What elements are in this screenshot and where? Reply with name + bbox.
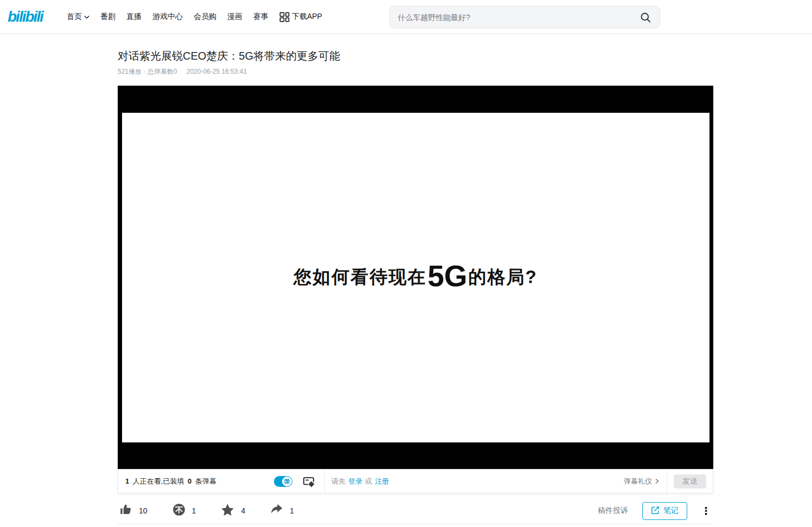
nav-item-label: 直播 bbox=[126, 12, 142, 22]
edit-note-icon bbox=[651, 506, 660, 516]
video-toolbar: 10 1 4 1 bbox=[118, 498, 713, 523]
video-stats: 521播放 · 总弹幕数0 bbox=[118, 68, 177, 75]
danmaku-send-area: 发送 bbox=[667, 474, 713, 489]
danmaku-loaded-count: 0 bbox=[188, 477, 191, 485]
nav-item-home[interactable]: 首页 bbox=[67, 12, 89, 22]
nav-item-manga[interactable]: 漫画 bbox=[227, 12, 242, 22]
nav-item-label: 赛事 bbox=[253, 12, 268, 22]
search-icon[interactable] bbox=[639, 11, 652, 24]
nav-item-label: 会员购 bbox=[194, 12, 216, 22]
video-player[interactable]: 您如何看待现在 5G 的格局? bbox=[118, 86, 713, 469]
nav-item-live[interactable]: 直播 bbox=[126, 12, 142, 22]
chevron-right-icon bbox=[655, 478, 659, 486]
nav-item-download-app[interactable]: 下载APP bbox=[279, 12, 322, 22]
frame-text-post: 的格局? bbox=[469, 265, 538, 290]
watching-label: 人正在看,已装填 bbox=[133, 477, 184, 485]
frame-text-pre: 您如何看待现在 bbox=[293, 265, 426, 290]
page-title: 对话紫光展锐CEO楚庆：5G将带来的更多可能 bbox=[118, 49, 340, 63]
video-frame: 您如何看待现在 5G 的格局? bbox=[122, 113, 709, 442]
like-count: 10 bbox=[139, 506, 148, 515]
video-frame-text: 您如何看待现在 5G 的格局? bbox=[293, 261, 538, 293]
danmaku-status: 1 人正在看,已装填 0 条弹幕 bbox=[125, 477, 274, 486]
danmaku-toggle-knob: 弹 bbox=[282, 477, 292, 486]
share-icon bbox=[270, 503, 284, 519]
danmaku-loaded-label: 条弹幕 bbox=[195, 477, 216, 485]
nav-item-label: 首页 bbox=[67, 12, 82, 22]
nav-item-label: 游戏中心 bbox=[152, 12, 183, 22]
share-count: 1 bbox=[290, 506, 294, 515]
qr-code-icon bbox=[279, 12, 290, 22]
danmaku-bar-left: 1 人正在看,已装填 0 条弹幕 弹 bbox=[118, 475, 324, 487]
search-bar bbox=[389, 6, 660, 28]
more-options-icon[interactable]: ⋮ bbox=[701, 506, 711, 516]
favorite-button[interactable]: 4 bbox=[220, 503, 245, 519]
login-prompt-prefix: 请先 bbox=[331, 477, 346, 486]
chevron-down-icon bbox=[84, 15, 89, 19]
section-divider bbox=[118, 524, 713, 524]
register-link[interactable]: 注册 bbox=[375, 477, 389, 486]
nav-item-game-center[interactable]: 游戏中心 bbox=[152, 12, 183, 22]
watching-count: 1 bbox=[125, 477, 129, 485]
danmaku-toggle[interactable]: 弹 bbox=[274, 476, 292, 487]
favorite-count: 4 bbox=[241, 506, 245, 515]
star-icon bbox=[220, 503, 235, 519]
frame-text-5g: 5G bbox=[427, 261, 467, 291]
nav-item-label: 番剧 bbox=[100, 12, 116, 22]
nav-item-label: 下载APP bbox=[292, 12, 322, 22]
note-button[interactable]: 笔记 bbox=[642, 502, 687, 520]
search-input[interactable] bbox=[398, 13, 639, 22]
video-meta: 521播放 · 总弹幕数0 2020-06-25 16:53:41 bbox=[118, 67, 247, 76]
toolbar-right: 稿件投诉 笔记 ⋮ bbox=[598, 502, 713, 520]
coin-count: 1 bbox=[192, 506, 196, 515]
thumbs-up-icon bbox=[119, 503, 133, 519]
nav-item-bangumi[interactable]: 番剧 bbox=[100, 12, 116, 22]
like-button[interactable]: 10 bbox=[119, 503, 148, 519]
nav-menu: 首页 番剧 直播 游戏中心 会员购 漫画 赛事 bbox=[56, 12, 322, 22]
danmaku-input[interactable]: 请先 登录 或 注册 弹幕礼仪 bbox=[324, 470, 667, 493]
report-link[interactable]: 稿件投诉 bbox=[598, 506, 628, 516]
danmaku-etiquette-link[interactable]: 弹幕礼仪 bbox=[624, 477, 659, 486]
publish-date: 2020-06-25 16:53:41 bbox=[187, 68, 247, 75]
danmaku-etiquette-label: 弹幕礼仪 bbox=[624, 477, 652, 486]
danmaku-settings-icon[interactable] bbox=[303, 475, 315, 487]
nav-item-label: 漫画 bbox=[227, 12, 242, 22]
danmaku-bar: 1 人正在看,已装填 0 条弹幕 弹 请先 登录 或 注册 弹幕礼仪 bbox=[118, 470, 713, 493]
coin-button[interactable]: 1 bbox=[172, 503, 196, 519]
send-button[interactable]: 发送 bbox=[674, 474, 706, 489]
top-nav: bilibili 首页 番剧 直播 游戏中心 会员购 漫画 赛事 bbox=[0, 0, 812, 34]
coin-icon bbox=[172, 503, 186, 519]
login-link[interactable]: 登录 bbox=[348, 477, 362, 486]
login-prompt-or: 或 bbox=[365, 477, 372, 486]
bilibili-logo[interactable]: bilibili bbox=[8, 8, 43, 25]
note-button-label: 笔记 bbox=[663, 506, 679, 516]
nav-item-esports[interactable]: 赛事 bbox=[253, 12, 268, 22]
nav-item-vip-shop[interactable]: 会员购 bbox=[194, 12, 216, 22]
share-button[interactable]: 1 bbox=[270, 503, 294, 519]
